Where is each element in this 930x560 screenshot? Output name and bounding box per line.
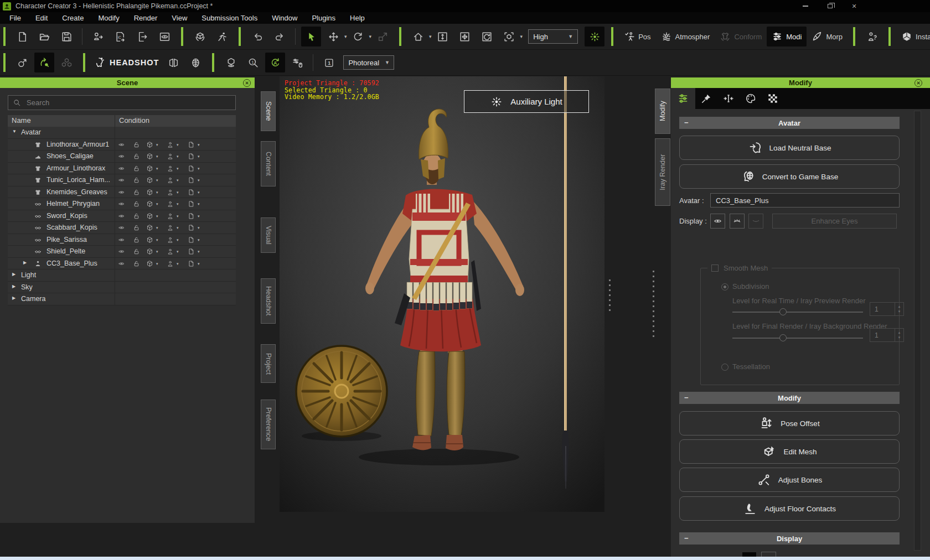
tab-iray-render[interactable]: Iray Render bbox=[655, 138, 670, 206]
clip-state-icon[interactable] bbox=[188, 248, 195, 255]
chevron-down-icon[interactable]: ▾ bbox=[177, 178, 179, 183]
section-display[interactable]: − Display bbox=[679, 532, 900, 545]
mesh-state-icon[interactable] bbox=[146, 260, 153, 267]
mesh-state-icon[interactable] bbox=[146, 236, 153, 243]
adjust-floor-contacts-button[interactable]: Adjust Floor Contacts bbox=[679, 496, 900, 521]
zoom-object-button[interactable]: 1 bbox=[243, 53, 263, 72]
visibility-icon[interactable] bbox=[118, 165, 125, 172]
atmosphere-button[interactable]: Atmospher bbox=[656, 27, 715, 46]
rotate-tool-button[interactable] bbox=[348, 27, 368, 46]
menu-item-create[interactable]: Create bbox=[55, 12, 91, 24]
menu-item-window[interactable]: Window bbox=[265, 12, 304, 24]
morph-button[interactable]: Morp bbox=[807, 27, 848, 46]
chevron-down-icon[interactable]: ▾ bbox=[198, 226, 200, 230]
orbit-view-button[interactable] bbox=[477, 27, 497, 46]
clip-state-icon[interactable] bbox=[188, 212, 195, 220]
chevron-down-icon[interactable]: ▾ bbox=[198, 250, 200, 254]
tab-proportion[interactable] bbox=[717, 88, 740, 109]
export-iclone-button[interactable]: iC bbox=[110, 27, 130, 46]
visibility-icon[interactable] bbox=[118, 141, 125, 148]
scene-row-sky[interactable]: ▶ Sky bbox=[8, 282, 236, 294]
scene-search-box[interactable] bbox=[8, 95, 236, 110]
tab-preference[interactable]: Preference bbox=[261, 400, 276, 449]
section-modify[interactable]: − Modify bbox=[679, 392, 900, 404]
clip-state-icon[interactable] bbox=[188, 189, 195, 196]
scene-row-shoes-caligae[interactable]: Shoes_Caligae▾▾▾ bbox=[8, 151, 236, 163]
expander-icon[interactable]: ▶ bbox=[23, 260, 27, 265]
display-eye-open-button[interactable] bbox=[710, 214, 725, 229]
tab-project[interactable]: Project bbox=[261, 344, 276, 383]
clip-state-icon[interactable] bbox=[188, 177, 195, 184]
lock-icon[interactable] bbox=[133, 141, 140, 148]
clip-state-icon[interactable] bbox=[188, 153, 195, 160]
load-neutral-base-button[interactable]: Load Neutral Base bbox=[679, 136, 900, 160]
scene-row-helmet-phrygian[interactable]: Helmet_Phrygian▾▾▾ bbox=[8, 198, 236, 210]
animation-button[interactable] bbox=[212, 27, 232, 46]
tab-pin[interactable] bbox=[695, 88, 717, 109]
character-button[interactable] bbox=[862, 27, 882, 46]
new-project-button[interactable] bbox=[12, 27, 32, 46]
chevron-down-icon[interactable]: ▾ bbox=[177, 154, 179, 159]
chevron-down-icon[interactable]: ▾ bbox=[177, 238, 179, 242]
chevron-down-icon[interactable]: ▾ bbox=[156, 178, 158, 183]
chevron-down-icon[interactable]: ▾ bbox=[156, 202, 158, 206]
menu-item-submission-tools[interactable]: Submission Tools bbox=[194, 12, 265, 24]
restore-button[interactable] bbox=[825, 2, 835, 11]
menu-item-edit[interactable]: Edit bbox=[28, 12, 55, 24]
chevron-down-icon[interactable]: ▾ bbox=[177, 226, 179, 230]
move-tool-caret-icon[interactable]: ▾ bbox=[344, 34, 347, 39]
chevron-down-icon[interactable]: ▾ bbox=[177, 202, 179, 206]
frame-one-button[interactable]: 1 bbox=[319, 53, 339, 72]
scene-row-camera[interactable]: ▶ Camera bbox=[8, 293, 236, 305]
tab-attributes[interactable] bbox=[671, 88, 695, 109]
chevron-down-icon[interactable]: ▾ bbox=[156, 250, 158, 254]
display-eye-closed-button[interactable] bbox=[748, 214, 763, 229]
actor-state-icon[interactable] bbox=[167, 153, 174, 160]
visibility-icon[interactable] bbox=[118, 177, 125, 184]
tab-content[interactable]: Content bbox=[261, 141, 276, 186]
chevron-down-icon[interactable]: ▾ bbox=[177, 262, 179, 266]
actor-state-icon[interactable] bbox=[167, 189, 174, 196]
viewport-3d[interactable]: Project Triangle : 70592Selected Triangl… bbox=[280, 76, 604, 512]
select-tool-button[interactable] bbox=[301, 27, 321, 46]
visibility-icon[interactable] bbox=[118, 260, 125, 267]
tab-scene[interactable]: Scene bbox=[261, 91, 276, 131]
mesh-state-icon[interactable] bbox=[146, 200, 153, 208]
scene-row-knemides-greaves[interactable]: Knemides_Greaves▾▾▾ bbox=[8, 186, 236, 199]
menu-item-help[interactable]: Help bbox=[343, 12, 372, 24]
auto-rotate-button[interactable]: A bbox=[265, 53, 285, 72]
scene-row-tunic-lorica-ham-[interactable]: Tunic_Lorica_Ham...▾▾▾ bbox=[8, 174, 236, 186]
clip-state-icon[interactable] bbox=[188, 165, 195, 172]
avatar-name-field[interactable] bbox=[710, 193, 900, 208]
panel-resize-grip[interactable] bbox=[609, 279, 611, 313]
save-project-button[interactable] bbox=[56, 27, 76, 46]
show-hidden-mesh-button[interactable] bbox=[221, 53, 241, 72]
chevron-down-icon[interactable]: ▾ bbox=[177, 214, 179, 219]
transform-object-button[interactable] bbox=[190, 27, 210, 46]
collapse-icon[interactable]: − bbox=[684, 118, 689, 127]
lock-icon[interactable] bbox=[133, 212, 140, 220]
chevron-down-icon[interactable]: ▾ bbox=[198, 167, 200, 171]
visibility-icon[interactable] bbox=[118, 224, 125, 231]
collapse-icon[interactable]: − bbox=[684, 393, 689, 402]
chevron-down-icon[interactable]: ▾ bbox=[198, 178, 200, 183]
chevron-down-icon[interactable]: ▾ bbox=[198, 190, 200, 195]
expander-icon[interactable]: ▶ bbox=[12, 272, 16, 277]
chevron-down-icon[interactable]: ▾ bbox=[198, 214, 200, 219]
chevron-down-icon[interactable]: ▾ bbox=[156, 190, 158, 195]
actor-state-icon[interactable] bbox=[167, 165, 174, 172]
visibility-icon[interactable] bbox=[118, 236, 125, 243]
preview-light-button[interactable] bbox=[585, 27, 604, 46]
lock-icon[interactable] bbox=[133, 224, 140, 231]
visibility-icon[interactable] bbox=[118, 189, 125, 196]
scene-row-cc3-base-plus[interactable]: ▶ CC3_Base_Plus▾▾▾ bbox=[8, 258, 236, 270]
adjust-bones-button[interactable]: Adjust Bones bbox=[679, 468, 900, 492]
chevron-down-icon[interactable]: ▾ bbox=[156, 238, 158, 242]
clip-state-icon[interactable] bbox=[188, 236, 195, 243]
tab-texture[interactable] bbox=[762, 88, 784, 109]
home-view-caret-icon[interactable]: ▾ bbox=[429, 34, 432, 39]
collapse-icon[interactable]: − bbox=[684, 534, 689, 542]
section-avatar[interactable]: − Avatar bbox=[679, 117, 900, 129]
tab-modify[interactable]: Modify bbox=[655, 89, 670, 134]
mesh-state-icon[interactable] bbox=[146, 224, 153, 231]
